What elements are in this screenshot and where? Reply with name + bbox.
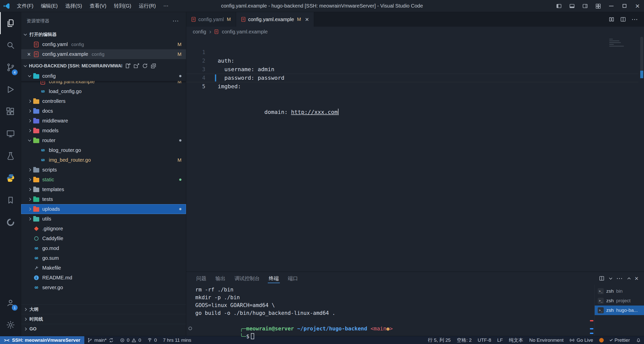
encoding-item[interactable]: UTF-8 bbox=[475, 336, 494, 344]
notifications-item[interactable] bbox=[633, 336, 644, 344]
terminal-viewport[interactable]: rm -rf ./bin mkdir -p ./bin GOOS=linux G… bbox=[186, 285, 594, 336]
split-editor-icon[interactable] bbox=[620, 16, 626, 23]
remote-explorer-icon[interactable] bbox=[0, 123, 21, 145]
more-actions-icon[interactable]: ⋯ bbox=[616, 275, 623, 282]
panel-tab-output[interactable]: 输出 bbox=[211, 272, 230, 285]
tree-item-caddyfile[interactable]: Caddyfile bbox=[21, 234, 186, 243]
tree-item-uploads[interactable]: uploads bbox=[21, 204, 186, 214]
tree-item-go-mod[interactable]: GO go.mod bbox=[21, 243, 186, 253]
tree-item-server-go[interactable]: GO server.go bbox=[21, 283, 186, 292]
project-section-header[interactable]: HUGO-BACKEND [SSH: MEOWRAINVMWARE... bbox=[21, 61, 186, 71]
command-decoration-icon[interactable] bbox=[188, 327, 192, 330]
menu-edit[interactable]: 编辑(E) bbox=[37, 0, 62, 12]
scrollbar-slider[interactable] bbox=[640, 37, 643, 74]
tree-item-makefile[interactable]: Makefile bbox=[21, 263, 186, 273]
tree-item-scripts[interactable]: scripts bbox=[21, 165, 186, 175]
tree-item-controllers[interactable]: controllers bbox=[21, 96, 186, 106]
tree-item-tests[interactable]: tests bbox=[21, 194, 186, 204]
open-editor-config-yaml-example[interactable]: × config.yaml.example config M bbox=[21, 49, 186, 59]
maximize-button[interactable] bbox=[618, 0, 631, 12]
tree-item-docs[interactable]: docs bbox=[21, 106, 186, 116]
extension-status-item[interactable] bbox=[596, 336, 607, 344]
run-debug-icon[interactable] bbox=[0, 78, 21, 101]
search-icon[interactable] bbox=[0, 34, 21, 56]
tab-config-yaml[interactable]: config.yaml M bbox=[186, 12, 236, 27]
tree-item-middleware[interactable]: middleware bbox=[21, 116, 186, 126]
new-file-icon[interactable] bbox=[125, 63, 131, 69]
customize-layout-icon[interactable] bbox=[592, 0, 605, 12]
testing-icon[interactable] bbox=[0, 145, 21, 167]
tree-item-templates[interactable]: templates bbox=[21, 185, 186, 194]
minimize-button[interactable] bbox=[605, 0, 618, 12]
panel-tab-ports[interactable]: 端口 bbox=[283, 272, 302, 285]
tree-item-config[interactable]: config bbox=[21, 71, 186, 81]
chevron-down-icon[interactable] bbox=[609, 276, 612, 280]
menu-overflow[interactable]: ⋯ bbox=[160, 0, 172, 12]
menu-file[interactable]: 文件(F) bbox=[13, 0, 37, 12]
close-icon[interactable]: × bbox=[25, 51, 33, 58]
extensions-icon[interactable] bbox=[0, 101, 21, 123]
tree-item-load-config-go[interactable]: GO load_config.go bbox=[21, 87, 186, 96]
panel-tab-debug-console[interactable]: 调试控制台 bbox=[230, 272, 264, 285]
remote-indicator[interactable]: >< SSH: meowrainVmwareServer bbox=[0, 336, 84, 344]
breadcrumb-file[interactable]: config.yaml.example bbox=[222, 29, 268, 35]
editor-scrollbar[interactable] bbox=[639, 37, 644, 272]
open-editor-config-yaml[interactable]: config.yaml config M bbox=[21, 39, 186, 49]
new-folder-icon[interactable] bbox=[133, 63, 140, 69]
terminal-tab-bin[interactable]: >_ zsh bin bbox=[595, 286, 644, 296]
code-editor[interactable]: 1 auth: 2 username: admin 3 password: pa… bbox=[186, 37, 644, 272]
ports-item[interactable]: 0 bbox=[144, 336, 160, 344]
toggle-sidebar-icon[interactable] bbox=[552, 0, 565, 12]
tab-config-yaml-example[interactable]: config.yaml.example M × bbox=[236, 12, 314, 27]
source-control-icon[interactable]: 4 bbox=[0, 56, 21, 78]
tree-item-readme[interactable]: README.md bbox=[21, 273, 186, 283]
bookmarks-icon[interactable] bbox=[0, 189, 21, 211]
indentation-item[interactable]: 空格: 2 bbox=[454, 336, 475, 344]
url-link[interactable]: http://xxx.com bbox=[291, 109, 337, 115]
settings-gear-icon[interactable] bbox=[0, 314, 21, 336]
open-editors-header[interactable]: 打开的编辑器 bbox=[21, 29, 186, 39]
close-panel-icon[interactable]: × bbox=[635, 275, 638, 282]
explorer-icon[interactable] bbox=[0, 12, 21, 34]
section-go[interactable]: GO bbox=[21, 324, 186, 334]
menu-view[interactable]: 查看(V) bbox=[86, 0, 110, 12]
tree-item-go-sum[interactable]: GO go.sum bbox=[21, 253, 186, 263]
tree-item-models[interactable]: models bbox=[21, 126, 186, 136]
sidebar-more-actions-icon[interactable]: ⋯ bbox=[171, 18, 180, 23]
go-live-item[interactable]: Go Live bbox=[566, 336, 596, 344]
panel-tab-problems[interactable]: 问题 bbox=[192, 272, 211, 285]
breadcrumb-folder[interactable]: config bbox=[193, 29, 206, 35]
panel-tab-terminal[interactable]: 终端 bbox=[264, 272, 283, 285]
collapse-all-icon[interactable] bbox=[150, 63, 157, 69]
tree-item-static[interactable]: static bbox=[21, 175, 186, 185]
python-env-item[interactable]: No Environment bbox=[526, 336, 566, 344]
problems-item[interactable]: 0 0 bbox=[117, 336, 144, 344]
toggle-panel-icon[interactable] bbox=[565, 0, 579, 12]
minimap[interactable] bbox=[609, 39, 637, 48]
tree-item-utils[interactable]: utils bbox=[21, 214, 186, 224]
circle-extension-icon[interactable] bbox=[0, 211, 21, 233]
eol-item[interactable]: LF bbox=[494, 336, 506, 344]
tree-item-config-yaml-example[interactable]: config.yaml.example M bbox=[21, 81, 186, 87]
maximize-panel-icon[interactable] bbox=[627, 277, 631, 281]
refresh-icon[interactable] bbox=[142, 63, 148, 69]
menu-goto[interactable]: 转到(G) bbox=[110, 0, 135, 12]
split-terminal-icon[interactable] bbox=[598, 275, 605, 282]
open-changes-icon[interactable] bbox=[608, 16, 615, 23]
terminal-tab-hugo-backend[interactable]: >_ zsh hugo-ba... bbox=[595, 306, 644, 315]
more-actions-icon[interactable]: ⋯ bbox=[631, 16, 638, 23]
prettier-item[interactable]: Prettier bbox=[607, 336, 633, 344]
section-timeline[interactable]: 时间线 bbox=[21, 314, 186, 324]
close-button[interactable]: × bbox=[631, 0, 644, 12]
cursor-position-item[interactable]: 行 5, 列 25 bbox=[425, 336, 454, 344]
language-mode-item[interactable]: 纯文本 bbox=[506, 336, 526, 344]
menu-run[interactable]: 运行(R) bbox=[135, 0, 160, 12]
toggle-secondary-sidebar-icon[interactable] bbox=[579, 0, 592, 12]
wakatime-item[interactable]: 7 hrs 11 mins bbox=[160, 336, 194, 344]
close-icon[interactable]: × bbox=[305, 16, 309, 23]
terminal-tab-project[interactable]: >_ zsh project bbox=[595, 296, 644, 306]
tree-item-blog-router-go[interactable]: GO blog_router.go bbox=[21, 145, 186, 155]
accounts-icon[interactable]: 1 bbox=[0, 292, 21, 314]
tree-item-gitignore[interactable]: .gitignore bbox=[21, 224, 186, 234]
python-icon[interactable] bbox=[0, 167, 21, 189]
